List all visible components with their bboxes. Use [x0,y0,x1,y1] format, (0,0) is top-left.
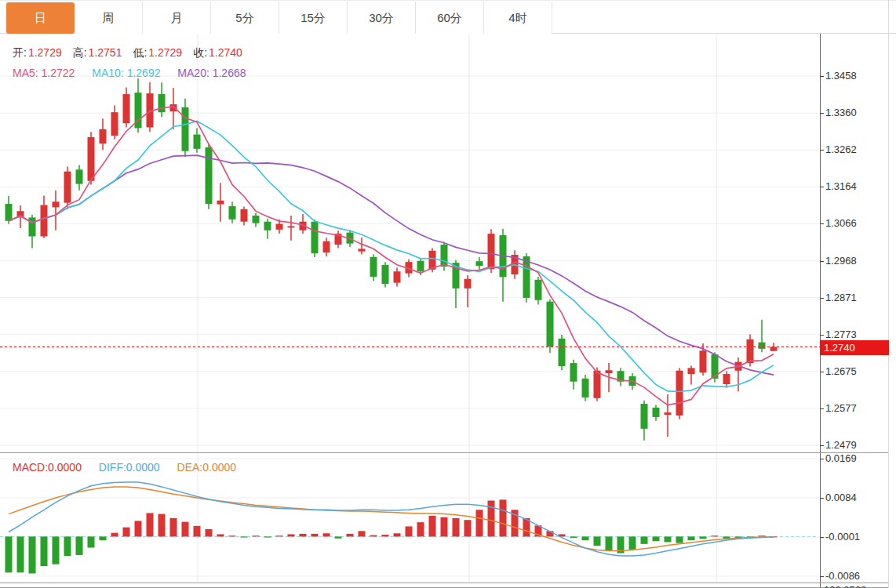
price-axis-tick [820,408,824,409]
candle [500,229,507,302]
macd-bar [323,533,330,536]
candle-body [394,271,401,282]
macd-bar [606,536,613,550]
candle-body [770,347,778,350]
macd-bar [429,516,436,536]
candle-body [359,249,366,251]
price-axis-line [820,34,821,588]
tab-daily[interactable]: 日 [6,2,75,34]
candle-body [665,412,672,415]
candle-body [88,137,95,181]
macd-axis-tick [820,537,824,538]
candle [547,299,554,353]
ma10-line [9,121,774,391]
candle-body [229,206,236,220]
candle [100,118,107,150]
candle [676,368,683,419]
candle-body [217,201,224,205]
candle [41,196,48,238]
candle [253,213,260,227]
candle-body [382,265,389,284]
candle-body [29,217,36,236]
macd-bar [194,526,201,537]
price-axis-tick [820,150,824,151]
candle [76,165,83,191]
macd-bar [347,534,354,537]
macd-bar [453,518,460,537]
macd-bar [406,526,413,536]
macd-bar [676,536,683,543]
tab-5min[interactable]: 5分 [211,2,279,34]
macd-tick-label: -0.0086 [825,570,860,582]
tab-4hour[interactable]: 4时 [484,2,552,34]
close-value: 1.2740 [209,46,242,59]
tab-30min[interactable]: 30分 [348,2,416,34]
tab-weekly[interactable]: 周 [75,2,143,34]
candle-body [241,209,248,222]
candle [582,375,589,401]
candle [441,242,448,271]
dea-value-legend: DEA:0.0000 [177,461,237,474]
tab-15min[interactable]: 15分 [279,2,348,34]
macd-tick-label: -0.0001 [825,531,860,543]
candle [723,371,730,387]
macd-bar [370,535,377,537]
macd-bar [147,513,154,536]
candle-body [570,363,577,382]
macd-bar [441,517,448,537]
tab-60min[interactable]: 60分 [416,2,484,34]
candle-body [206,147,213,204]
price-tick-label: 1.3066 [825,217,857,229]
low-value: 1.2729 [148,46,182,59]
macd-bar [464,520,472,536]
candle-body [547,302,554,347]
candle [323,238,330,256]
macd-axis-tick [820,576,824,577]
price-axis-tick [820,445,824,446]
candle-body [476,261,483,266]
macd-bar [594,536,601,546]
candle [476,257,483,270]
macd-value-legend: MACD:0.0000 [13,461,82,474]
candle-body [41,205,48,237]
macd-bar [241,536,248,537]
macd-tick-label: 0.0169 [825,452,857,464]
ma-legend: MA5: 1.2722 MA10: 1.2692 MA20: 1.2668 [13,67,246,79]
candle-body [53,201,60,207]
candle-body [559,339,566,366]
macd-bar [76,536,83,555]
candle-body [64,172,71,203]
candle-body [5,204,13,221]
macd-bar [53,536,60,564]
macd-bar [170,518,177,537]
macd-bar [500,499,507,536]
price-tick-label: 1.2871 [825,292,857,303]
main-chart[interactable] [0,34,820,452]
candle-body [441,245,448,267]
candle [264,219,271,239]
ma10-legend: MA10: 1.2692 [92,67,160,79]
tab-monthly[interactable]: 月 [143,2,211,34]
candle [194,128,201,152]
candle-body [111,112,118,136]
macd-bar [759,535,766,536]
macd-bar [29,536,36,573]
macd-bar [264,536,271,537]
candle-body [311,222,319,253]
next-pane-partial-label: 122.8568 [824,584,866,588]
macd-bar [712,535,719,536]
close-label: 收: [193,46,207,59]
pane-divider-top [0,452,889,453]
candle [241,206,248,225]
last-price-badge: 1.2740 [820,340,889,355]
macd-axis-tick [820,459,824,459]
candle [370,255,377,281]
candle [665,394,672,437]
candle [53,191,60,230]
macd-bar [135,521,142,536]
candle [535,277,542,305]
price-tick-label: 1.3458 [825,70,857,82]
high-value: 1.2751 [89,46,122,59]
macd-bar [5,536,13,572]
candle [394,267,401,286]
